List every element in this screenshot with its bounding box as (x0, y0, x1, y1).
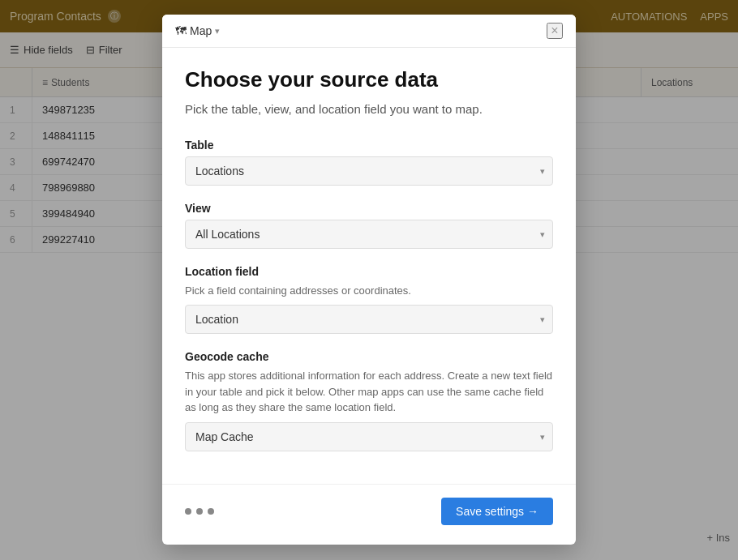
modal-title-bar: 🗺 Map ▾ × (162, 15, 576, 48)
save-settings-button[interactable]: Save settings → (441, 498, 553, 525)
location-field-section: Location field Pick a field containing a… (185, 265, 553, 335)
modal-dialog: 🗺 Map ▾ × Choose your source data Pick t… (162, 15, 576, 545)
dot-2 (196, 508, 203, 515)
table-label: Table (185, 139, 553, 152)
view-label: View (185, 202, 553, 215)
table-select-wrapper: Locations Students Program Contacts ▾ (185, 156, 553, 186)
geocode-cache-section: Geocode cache This app stores additional… (185, 350, 553, 451)
geocode-cache-select-wrapper: Map Cache Geocode Cache None ▾ (185, 422, 553, 451)
dot-1 (185, 508, 191, 515)
modal-heading: Choose your source data (185, 67, 553, 92)
modal-close-button[interactable]: × (547, 23, 563, 39)
map-icon: 🗺 (175, 24, 187, 37)
geocode-cache-label: Geocode cache (185, 350, 553, 363)
location-field-select[interactable]: Location Address Coordinates (185, 305, 553, 334)
modal-overlay: 🗺 Map ▾ × Choose your source data Pick t… (0, 0, 738, 560)
chevron-down-icon: ▾ (215, 26, 220, 36)
view-section: View All Locations Grid View Gallery Vie… (185, 202, 553, 249)
pagination-dots (185, 508, 214, 515)
location-field-select-wrapper: Location Address Coordinates ▾ (185, 305, 553, 334)
modal-body: Choose your source data Pick the table, … (162, 48, 576, 484)
geocode-cache-select[interactable]: Map Cache Geocode Cache None (185, 422, 553, 451)
modal-subheading: Pick the table, view, and location field… (185, 100, 553, 119)
modal-title: 🗺 Map ▾ (175, 24, 220, 37)
dot-3 (208, 508, 214, 515)
location-field-label: Location field (185, 265, 553, 278)
table-section: Table Locations Students Program Contact… (185, 139, 553, 186)
view-select-wrapper: All Locations Grid View Gallery View ▾ (185, 220, 553, 249)
location-field-desc: Pick a field containing addresses or coo… (185, 283, 553, 299)
table-select[interactable]: Locations Students Program Contacts (185, 156, 553, 186)
view-select[interactable]: All Locations Grid View Gallery View (185, 220, 553, 249)
geocode-cache-desc: This app stores additional information f… (185, 368, 553, 416)
modal-footer: Save settings → (162, 484, 576, 545)
